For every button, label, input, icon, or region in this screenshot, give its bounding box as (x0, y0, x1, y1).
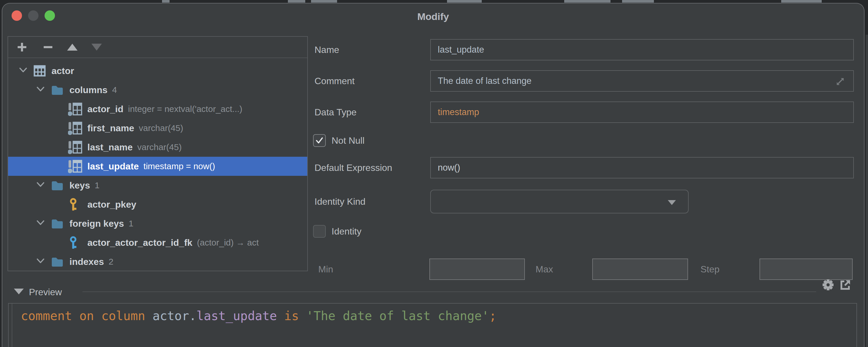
tree-item-label: actor_id (87, 104, 123, 115)
sql-preview-editor[interactable]: comment on column actor.last_update is '… (8, 303, 857, 347)
triangle-up-icon (66, 42, 78, 52)
identity-kind-label: Identity Kind (314, 190, 365, 213)
move-down-button[interactable] (90, 41, 103, 54)
open-in-editor-button[interactable] (839, 279, 851, 291)
column-icon (68, 140, 83, 154)
table-icon (34, 65, 46, 76)
comment-label: Comment (314, 70, 355, 92)
tree-item-detail: timestamp = now() (144, 161, 215, 171)
max-label: Max (535, 258, 553, 280)
column-icon (68, 102, 83, 116)
add-button[interactable] (16, 41, 28, 54)
not-null-label: Not Null (332, 131, 365, 150)
modify-dialog: Modify (2, 3, 865, 347)
tree-item-count: 1 (95, 181, 99, 190)
column-icon (68, 121, 83, 135)
triangle-down-icon (91, 42, 102, 52)
sql-statement: comment on column actor.last_update is '… (21, 309, 496, 323)
tree-item-label: keys (69, 180, 90, 191)
tree-item-keys[interactable]: keys 1 (8, 176, 307, 195)
chevron-down-icon[interactable] (36, 86, 45, 93)
preview-collapse-icon[interactable] (14, 289, 24, 294)
background-window-fragment (447, 0, 482, 3)
tree-item-label: last_update (87, 161, 139, 172)
name-input[interactable]: last_update (430, 39, 854, 60)
identity-kind-select[interactable] (430, 190, 689, 213)
tree-item-last-name[interactable]: last_name varchar(45) (8, 138, 307, 157)
external-link-icon (839, 279, 851, 291)
background-window-fragment (564, 0, 611, 3)
minus-icon (42, 42, 54, 53)
chevron-down-icon[interactable] (36, 257, 45, 265)
gear-icon (822, 279, 834, 291)
tree-item-label: first_name (87, 123, 134, 134)
tree-item-actor-fk[interactable]: actor_actor_actor_id_fk (actor_id) → act (8, 233, 307, 252)
tree-item-last-update[interactable]: last_update timestamp = now() (8, 157, 307, 176)
background-window-fragment (311, 0, 337, 3)
plus-icon (17, 42, 28, 53)
background-window-fragment (162, 0, 169, 3)
identity-checkbox[interactable] (313, 225, 326, 238)
tree-item-foreign-keys[interactable]: foreign keys 1 (8, 214, 307, 233)
dialog-title: Modify (2, 11, 864, 22)
step-label: Step (701, 258, 720, 280)
preview-separator (83, 291, 816, 292)
tree-item-detail: varchar(45) (137, 142, 182, 152)
chevron-down-icon[interactable] (36, 181, 45, 189)
settings-button[interactable] (822, 279, 834, 291)
tree-item-first-name[interactable]: first_name varchar(45) (8, 119, 307, 138)
tree-toolbar (8, 37, 307, 58)
column-icon (68, 160, 83, 174)
background-window-fragment (288, 0, 305, 3)
tree-item-label: indexes (69, 256, 104, 267)
comment-input[interactable]: The date of last change (430, 70, 854, 92)
tree-item-count: 1 (129, 219, 134, 228)
default-expression-input[interactable]: now() (430, 157, 854, 179)
background-window-fragment (622, 0, 654, 3)
tree-item-detail: (actor_id) → act (197, 238, 259, 248)
step-input[interactable] (760, 258, 852, 280)
move-up-button[interactable] (66, 41, 79, 54)
screen: Modify (0, 0, 868, 347)
chevron-down-icon[interactable] (36, 219, 45, 227)
tree-item-actor-id[interactable]: actor_id integer = nextval('actor_act...… (8, 99, 307, 119)
dropdown-arrow-icon (668, 200, 676, 205)
min-input[interactable] (429, 258, 525, 280)
name-label: Name (314, 39, 339, 60)
tree-item-label: columns (69, 85, 107, 95)
editor-gutter (11, 304, 12, 347)
checkmark-icon (315, 136, 324, 145)
structure-tree-panel: actor columns 4 (7, 36, 308, 271)
tree-item-detail: integer = nextval('actor_act...) (128, 104, 242, 114)
not-null-checkbox[interactable] (313, 134, 326, 147)
min-label: Min (318, 258, 333, 280)
key-icon (69, 236, 80, 250)
data-type-input[interactable]: timestamp (430, 101, 854, 123)
tree-item-columns[interactable]: columns 4 (8, 81, 307, 99)
tree-item-detail: varchar(45) (139, 123, 183, 133)
folder-icon (51, 256, 64, 267)
tree-item-actor-pkey[interactable]: actor_pkey (8, 195, 307, 214)
data-type-label: Data Type (314, 101, 356, 123)
identity-label: Identity (332, 222, 361, 241)
tree-item-actor[interactable]: actor (8, 61, 307, 81)
tree-item-label: last_name (87, 142, 133, 153)
remove-button[interactable] (42, 41, 54, 54)
name-value: last_update (438, 44, 484, 55)
tree-item-label: actor_pkey (87, 199, 136, 210)
background-window-edge (866, 35, 868, 347)
default-expression-label: Default Expression (314, 157, 392, 179)
expand-field-icon[interactable] (834, 75, 846, 88)
default-expression-value: now() (438, 162, 460, 173)
tree-item-count: 4 (112, 85, 117, 95)
background-window-fragment (781, 0, 822, 3)
tree-item-indexes[interactable]: indexes 2 (8, 252, 307, 271)
chevron-down-icon[interactable] (18, 66, 28, 74)
tree-item-label: actor_actor_actor_id_fk (87, 238, 192, 248)
tree-item-label: foreign keys (69, 218, 124, 229)
max-input[interactable] (592, 258, 688, 280)
key-icon (69, 198, 80, 212)
folder-icon (51, 180, 64, 191)
preview-label[interactable]: Preview (29, 286, 62, 298)
folder-icon (51, 218, 64, 229)
